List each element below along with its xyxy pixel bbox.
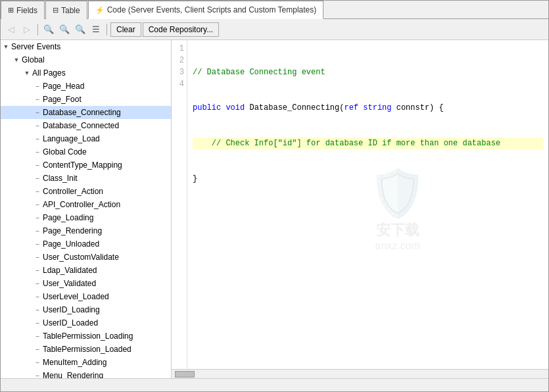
code-icon: ⚡ — [95, 6, 105, 14]
toggle-page-foot: – — [32, 94, 43, 105]
label-user-validated: User_Validated — [43, 279, 171, 288]
sidebar-item-class-init[interactable]: – Class_Init — [1, 172, 171, 185]
line-num-4: 4 — [172, 78, 184, 90]
line-numbers: 1 2 3 4 — [172, 40, 187, 369]
tab-table-label: Table — [61, 6, 80, 15]
label-ldap-validated: Ldap_Validated — [43, 266, 171, 275]
toggle-global: ▼ — [11, 55, 22, 65]
tab-fields[interactable]: ⊞ Fields — [1, 1, 45, 19]
label-api-controller: API_Controller_Action — [43, 200, 171, 209]
sidebar-item-tableperm-loaded[interactable]: – TablePermission_Loaded — [1, 343, 171, 356]
label-page-rendering: Page_Rendering — [43, 226, 171, 235]
sidebar-item-page-unloaded[interactable]: – Page_Unloaded — [1, 237, 171, 251]
label-tableperm-loading: TablePermission_Loading — [43, 331, 171, 341]
clear-button[interactable]: Clear — [110, 22, 141, 37]
sidebar-item-menu-rendering[interactable]: – Menu_Rendering — [1, 369, 171, 378]
label-server-events: Server Events — [11, 42, 171, 51]
label-userlevel-loaded: UserLevel_Loaded — [43, 292, 171, 301]
scrollbar-thumb[interactable] — [175, 371, 195, 378]
label-contenttype: ContentType_Mapping — [43, 160, 171, 170]
redo-button[interactable]: ▷ — [20, 22, 34, 37]
label-class-init: Class_Init — [43, 174, 171, 183]
label-controller-action: Controller_Action — [43, 187, 171, 196]
label-language-load: Language_Load — [43, 134, 171, 143]
sidebar-item-ldap-validated[interactable]: – Ldap_Validated — [1, 264, 171, 277]
label-page-head: Page_Head — [43, 82, 171, 91]
label-global-code: Global Code — [43, 147, 171, 157]
label-database-connected: Database_Connected — [43, 121, 171, 130]
main-content: ▼ Server Events ▼ Global ▼ All Pages — [1, 40, 548, 378]
sidebar-item-api-controller[interactable]: – API_Controller_Action — [1, 198, 171, 211]
sidebar-item-controller-action[interactable]: – Controller_Action — [1, 185, 171, 198]
horizontal-scrollbar[interactable] — [172, 369, 548, 378]
sidebar: ▼ Server Events ▼ Global ▼ All Pages — [1, 40, 172, 378]
undo-button[interactable]: ◁ — [4, 22, 18, 37]
tab-code-label: Code (Server Events, Client Scripts and … — [107, 5, 317, 14]
code-line-3: // Check Info["id"] for database ID if m… — [193, 137, 543, 149]
sidebar-item-page-rendering[interactable]: – Page_Rendering — [1, 224, 171, 237]
code-line-4: } — [193, 173, 543, 185]
label-page-unloaded: Page_Unloaded — [43, 239, 171, 249]
label-page-foot: Page_Foot — [43, 95, 171, 104]
label-tableperm-loaded: TablePermission_Loaded — [43, 345, 171, 354]
label-menu-rendering: Menu_Rendering — [43, 371, 171, 378]
code-repository-button[interactable]: Code Repository... — [143, 22, 220, 37]
sidebar-item-tableperm-loading[interactable]: – TablePermission_Loading — [1, 330, 171, 343]
toolbar-separator-1 — [37, 24, 38, 36]
find-button[interactable]: ☰ — [89, 22, 103, 37]
label-user-customvalidate: User_CustomValidate — [43, 253, 171, 262]
tab-bar: ⊞ Fields ⊟ Table ⚡ Code (Server Events, … — [1, 1, 548, 19]
toggle-database-connecting: – — [32, 107, 43, 118]
line-num-1: 1 — [172, 43, 184, 55]
sidebar-item-userlevel-loaded[interactable]: – UserLevel_Loaded — [1, 290, 171, 303]
toggle-server-events: ▼ — [1, 41, 11, 52]
fields-icon: ⊞ — [8, 6, 14, 14]
sidebar-item-user-validated[interactable]: – User_Validated — [1, 277, 171, 290]
label-global: Global — [22, 55, 171, 64]
line-num-3: 3 — [172, 66, 184, 78]
sidebar-item-userid-loading[interactable]: – UserID_Loading — [1, 303, 171, 316]
toggle-page-head: – — [32, 81, 43, 91]
toolbar-separator-2 — [107, 24, 107, 36]
tab-code[interactable]: ⚡ Code (Server Events, Client Scripts an… — [88, 1, 324, 19]
tab-fields-label: Fields — [16, 6, 37, 15]
status-bar — [1, 378, 548, 391]
toolbar: ◁ ▷ 🔍 🔍 🔍 ☰ Clear Code Repository... — [1, 19, 548, 40]
sidebar-item-all-pages[interactable]: ▼ All Pages — [1, 66, 171, 80]
label-menuitem-adding: MenuItem_Adding — [43, 358, 171, 367]
label-all-pages: All Pages — [32, 68, 171, 78]
sidebar-item-database-connecting[interactable]: – Database_Connecting — [1, 106, 171, 119]
sidebar-item-contenttype[interactable]: – ContentType_Mapping — [1, 159, 171, 172]
search-button-2[interactable]: 🔍 — [57, 22, 72, 37]
sidebar-scroll[interactable]: ▼ Server Events ▼ Global ▼ All Pages — [1, 40, 171, 378]
sidebar-item-user-customvalidate[interactable]: – User_CustomValidate — [1, 251, 171, 264]
sidebar-item-server-events[interactable]: ▼ Server Events — [1, 40, 171, 53]
sidebar-item-page-head[interactable]: – Page_Head — [1, 80, 171, 93]
label-database-connecting: Database_Connecting — [43, 108, 171, 117]
sidebar-item-database-connected[interactable]: – Database_Connected — [1, 119, 171, 132]
tab-table[interactable]: ⊟ Table — [45, 1, 87, 19]
toggle-all-pages: ▼ — [22, 68, 32, 78]
search-button-3[interactable]: 🔍 — [73, 22, 87, 37]
table-icon: ⊟ — [53, 6, 59, 14]
sidebar-item-userid-loaded[interactable]: – UserID_Loaded — [1, 316, 171, 330]
editor-area: 🛡️ 安下载 anxz.com 1 2 3 4 // Database Conn… — [172, 40, 548, 378]
sidebar-item-page-foot[interactable]: – Page_Foot — [1, 93, 171, 106]
label-userid-loaded: UserID_Loaded — [43, 318, 171, 328]
code-line-1: // Database Connecting event — [193, 66, 543, 78]
label-userid-loading: UserID_Loading — [43, 305, 171, 314]
sidebar-item-menuitem-adding[interactable]: – MenuItem_Adding — [1, 356, 171, 369]
sidebar-item-global-code[interactable]: – Global Code — [1, 145, 171, 159]
code-comment-1: // Database Connecting event — [193, 68, 325, 77]
sidebar-item-language-load[interactable]: – Language_Load — [1, 132, 171, 145]
search-button-1[interactable]: 🔍 — [41, 22, 56, 37]
code-comment-3: // Check Info["id"] for database ID if m… — [193, 139, 500, 148]
label-page-loading: Page_Loading — [43, 213, 171, 222]
sidebar-item-global[interactable]: ▼ Global — [1, 53, 171, 66]
line-num-2: 2 — [172, 55, 184, 66]
code-content[interactable]: // Database Connecting event public void… — [187, 40, 548, 369]
sidebar-item-page-loading[interactable]: – Page_Loading — [1, 211, 171, 224]
code-editor[interactable]: 1 2 3 4 // Database Connecting event pub… — [172, 40, 548, 369]
code-line-2: public void Database_Connecting(ref stri… — [193, 102, 543, 114]
